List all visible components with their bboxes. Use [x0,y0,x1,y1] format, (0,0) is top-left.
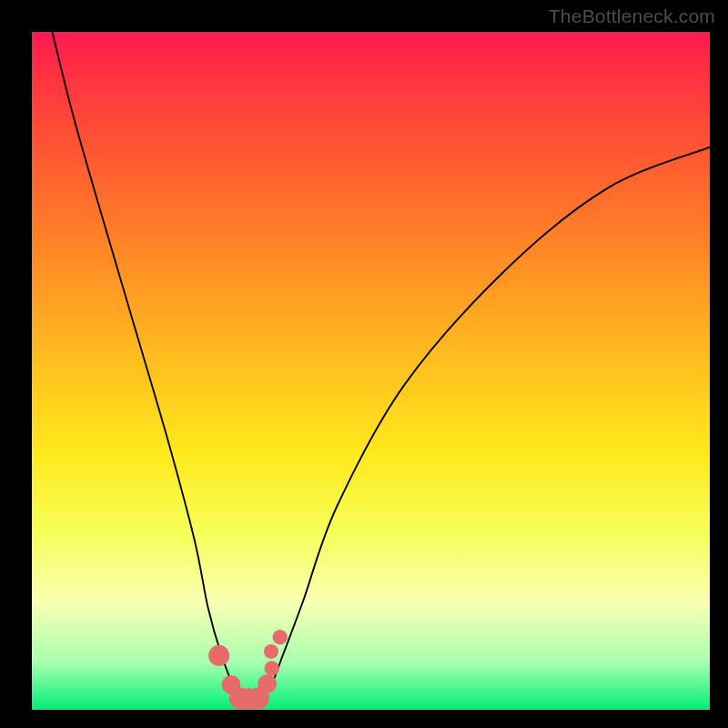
marker-point [264,644,278,659]
watermark-text: TheBottleneck.com [549,5,715,27]
chart-frame: TheBottleneck.com [0,0,728,728]
marker-point [265,661,279,675]
marker-point [208,645,229,666]
marker-point [258,674,277,693]
bottleneck-curve [52,32,710,701]
highlight-markers [208,630,288,710]
chart-svg [32,32,710,710]
plot-area [32,32,710,710]
marker-point [272,630,287,644]
